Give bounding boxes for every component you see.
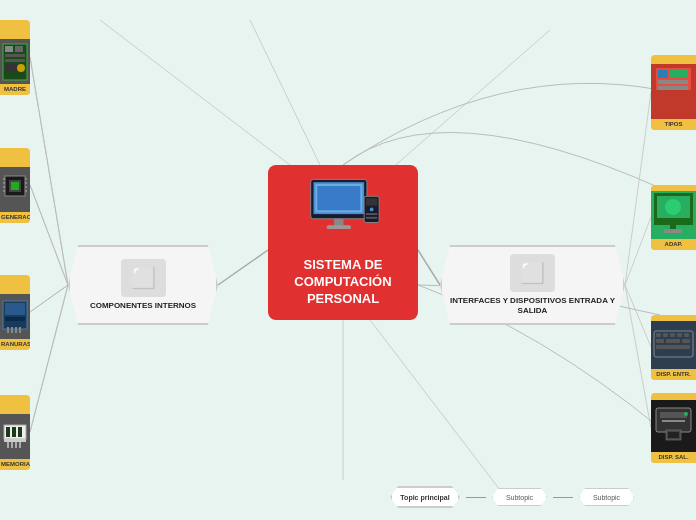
card-svg [1,297,29,337]
svg-rect-42 [25,186,27,188]
svg-rect-37 [3,182,5,184]
tipos-label: TIPOS [651,119,696,130]
legend-topic-box: Topic principal [390,486,460,508]
svg-rect-20 [326,225,350,229]
memorias-label: MEMORIAS [0,459,30,470]
right-item-tipos[interactable]: TIPOS [651,55,696,130]
memorias-image [0,414,30,459]
svg-line-13 [625,285,651,347]
legend-subtopic-box: Subtopic [492,488,547,506]
right-subtopic-label: INTERFACES Y DISPOSITIVOS ENTRADA Y SALI… [442,296,623,315]
svg-point-68 [665,199,681,215]
svg-line-10 [30,285,68,432]
svg-rect-59 [19,442,21,448]
svg-line-8 [30,185,68,285]
right-item-adap[interactable]: ADAP. [651,185,696,250]
svg-rect-49 [15,327,17,333]
svg-rect-74 [670,333,675,337]
mindmap-canvas: SISTEMA DE COMPUTACIÓN PERSONAL ⬜ COMPON… [0,0,696,520]
svg-point-86 [684,412,688,416]
left-item-memorias[interactable]: MEMORIAS [0,395,30,470]
ram-svg [1,417,29,457]
svg-rect-46 [5,317,25,321]
svg-rect-82 [660,412,687,418]
legend-subtopic2: Subtopic [579,488,634,506]
svg-line-0 [218,250,268,285]
tipos-svg [652,64,695,119]
svg-rect-39 [3,190,5,192]
svg-rect-65 [658,86,688,90]
svg-rect-62 [658,70,668,78]
central-node[interactable]: SISTEMA DE COMPUTACIÓN PERSONAL [268,165,418,320]
right-subtopic-node[interactable]: ⬜ INTERFACES Y DISPOSITIVOS ENTRADA Y SA… [440,245,625,325]
disp-entr-image [651,321,696,369]
madre-image [0,39,30,84]
left-subtopic-label: COMPONENTES INTERNOS [85,301,201,311]
svg-rect-80 [656,345,690,349]
svg-rect-45 [5,303,25,315]
svg-line-3 [250,20,320,165]
central-node-icon [303,175,383,240]
computer-svg [306,177,381,239]
svg-rect-85 [668,432,679,438]
adap-image [651,191,696,239]
procesador-label: GENERACIÓN [0,212,30,223]
svg-rect-41 [25,182,27,184]
svg-rect-64 [658,80,688,84]
legend-subtopic2-label: Subtopic [593,494,620,501]
procesador-image [0,167,30,212]
legend-connector-2 [553,497,573,498]
legend-subtopic: Subtopic [492,488,547,506]
svg-rect-56 [7,442,9,448]
svg-rect-63 [670,70,688,78]
central-node-title: SISTEMA DE COMPUTACIÓN PERSONAL [268,257,418,308]
svg-rect-53 [12,427,16,437]
svg-line-12 [625,217,651,285]
svg-line-14 [625,285,651,428]
svg-rect-25 [366,216,377,218]
left-item-ranuras[interactable]: RANURAS [0,275,30,350]
svg-rect-76 [684,333,689,337]
right-item-disp-entr[interactable]: DISP. ENTR. [651,315,696,380]
svg-line-2 [100,20,290,165]
svg-rect-52 [6,427,10,437]
motherboard-svg [1,42,29,82]
left-subtopic-node[interactable]: ⬜ COMPONENTES INTERNOS [68,245,218,325]
svg-rect-48 [11,327,13,333]
svg-rect-22 [366,198,377,206]
disp-entr-svg [652,321,695,369]
camera-icon-2: ⬜ [520,261,545,285]
svg-rect-57 [11,442,13,448]
legend-subtopic2-box: Subtopic [579,488,634,506]
disp-sal-svg [652,400,695,452]
svg-rect-73 [663,333,668,337]
left-item-procesador[interactable]: GENERACIÓN [0,148,30,223]
svg-point-32 [17,64,25,72]
svg-rect-50 [19,327,21,333]
svg-rect-19 [334,218,343,226]
left-subtopic-image: ⬜ [121,259,166,297]
disp-sal-label: DISP. SAL. [651,452,696,463]
right-subtopic-image: ⬜ [510,254,555,292]
svg-rect-27 [5,46,13,52]
camera-icon: ⬜ [131,266,156,290]
svg-rect-58 [15,442,17,448]
tipos-image [651,64,696,119]
svg-line-9 [30,285,68,312]
svg-line-7 [30,57,68,285]
svg-rect-70 [664,229,682,233]
legend-topic: Topic principal [390,486,460,508]
svg-rect-43 [25,190,27,192]
right-item-disp-sal[interactable]: DISP. SAL. [651,393,696,463]
svg-rect-83 [662,420,685,422]
svg-rect-18 [317,185,360,209]
svg-rect-24 [366,213,377,215]
left-item-madre[interactable]: MADRE [0,20,30,95]
svg-rect-38 [3,186,5,188]
disp-sal-image [651,400,696,452]
svg-rect-54 [18,427,22,437]
svg-rect-40 [25,178,27,180]
svg-rect-78 [666,339,680,343]
madre-label: MADRE [0,84,30,95]
legend: Topic principal Subtopic Subtopic [390,486,634,508]
